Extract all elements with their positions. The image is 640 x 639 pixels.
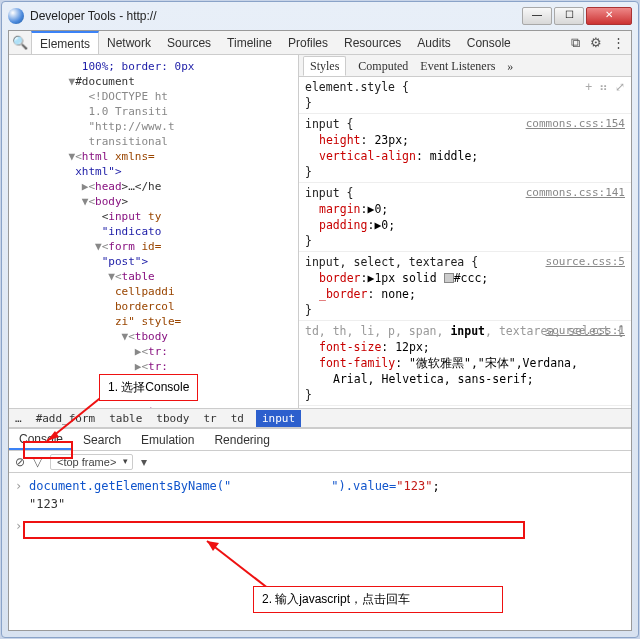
tab-profiles[interactable]: Profiles: [280, 31, 336, 54]
tab-console[interactable]: Console: [459, 31, 519, 54]
frame-selector[interactable]: <top frame>: [50, 454, 133, 470]
filter-icon[interactable]: ▽: [33, 455, 42, 469]
source-link[interactable]: source.css:1: [546, 323, 625, 339]
annotation-label-2: 2. 输入javascript，点击回车: [253, 586, 503, 613]
color-swatch[interactable]: [444, 273, 454, 283]
drawer-tab-rendering[interactable]: Rendering: [204, 429, 279, 450]
console-prompt-icon: ›: [15, 477, 29, 495]
source-link[interactable]: commons.css:141: [526, 185, 625, 201]
breadcrumb[interactable]: … #add_form table tbody tr td input: [9, 408, 631, 428]
console-history-line: document.getElementsByName("").value="12…: [29, 477, 625, 495]
tab-audits[interactable]: Audits: [409, 31, 458, 54]
search-icon[interactable]: 🔍: [9, 35, 31, 50]
overflow-icon[interactable]: ⋮: [612, 35, 625, 50]
console-output: "123": [29, 495, 625, 513]
breadcrumb-selected[interactable]: input: [256, 410, 301, 427]
chevron-down-icon[interactable]: ▾: [141, 455, 147, 469]
maximize-button[interactable]: ☐: [554, 7, 584, 25]
styles-overflow[interactable]: »: [507, 58, 513, 74]
drawer-tab-console[interactable]: Console: [9, 429, 73, 450]
drawer-tab-emulation[interactable]: Emulation: [131, 429, 204, 450]
source-link[interactable]: commons.css:154: [526, 116, 625, 132]
close-button[interactable]: ✕: [586, 7, 632, 25]
computed-tab[interactable]: Computed: [358, 58, 408, 74]
tab-resources[interactable]: Resources: [336, 31, 409, 54]
tab-timeline[interactable]: Timeline: [219, 31, 280, 54]
gear-icon[interactable]: ⚙: [590, 35, 602, 50]
minimize-button[interactable]: —: [522, 7, 552, 25]
tab-sources[interactable]: Sources: [159, 31, 219, 54]
dom-tree[interactable]: 100%; border: 0px ▼#document <!DOCTYPE h…: [9, 55, 299, 428]
new-rule-icons[interactable]: + ⠶ ⤢: [585, 79, 625, 95]
window-title: Developer Tools - http://: [30, 9, 522, 23]
drawer-toggle-icon[interactable]: ⧉: [571, 35, 580, 51]
tab-network[interactable]: Network: [99, 31, 159, 54]
drawer-tab-search[interactable]: Search: [73, 429, 131, 450]
console-input[interactable]: [29, 517, 625, 535]
annotation-label-1: 1. 选择Console: [99, 374, 198, 401]
tab-elements[interactable]: Elements: [31, 31, 99, 54]
event-listeners-tab[interactable]: Event Listeners: [420, 58, 495, 74]
console-prompt-icon: ›: [15, 517, 29, 535]
styles-tab[interactable]: Styles: [303, 56, 346, 76]
source-link[interactable]: source.css:5: [546, 254, 625, 270]
chrome-icon: [8, 8, 24, 24]
clear-console-icon[interactable]: ⊘: [15, 455, 25, 469]
